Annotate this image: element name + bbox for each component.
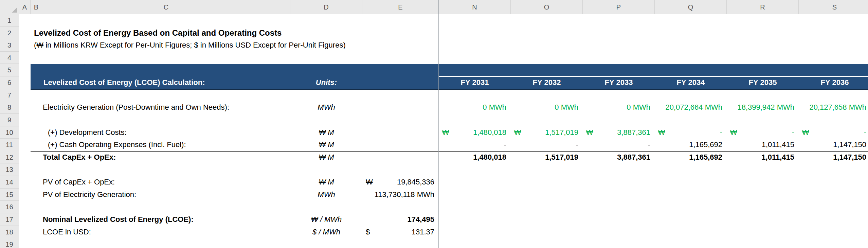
row-label-r18[interactable]: LCOE in USD: — [43, 226, 91, 238]
row-label-r10[interactable]: (+) Development Costs: — [48, 126, 127, 139]
col-header-Q[interactable]: Q — [655, 0, 727, 14]
col-header-A[interactable]: A — [19, 0, 31, 14]
spreadsheet: Levelized Cost of Energy Based on Capita… — [0, 0, 868, 248]
row-label-r8[interactable]: Electricity Generation (Post-Downtime an… — [43, 101, 229, 114]
year-header-fy-2032[interactable]: FY 2032 — [511, 76, 583, 89]
units-column-label[interactable]: Units: — [290, 76, 362, 89]
row-header-11[interactable]: 11 — [0, 139, 19, 151]
year-header-fy-2034[interactable]: FY 2034 — [655, 76, 727, 89]
row-header-3[interactable]: 3 — [0, 39, 19, 52]
cell-Q8[interactable]: 20,072,664 MWh — [655, 101, 727, 114]
lcoe-section-label[interactable]: Levelized Cost of Energy (LCOE) Calculat… — [43, 76, 205, 89]
value-Q12: 1,165,692 — [689, 151, 722, 164]
value-E15: 113,730,118 MWh — [374, 189, 434, 201]
unit-r8[interactable]: MWh — [290, 101, 362, 114]
row-label-r17[interactable]: Nominal Levelized Cost of Energy (LCOE): — [43, 213, 194, 226]
won-symbol-N10: ₩ — [442, 126, 449, 139]
cell-Q12[interactable]: 1,165,692 — [655, 151, 727, 164]
row-label-r12[interactable]: Total CapEx + OpEx: — [43, 151, 116, 164]
cell-P8[interactable]: 0 MWh — [583, 101, 655, 114]
col-header-D[interactable]: D — [290, 0, 362, 14]
cell-E17[interactable]: 174,495 — [362, 213, 439, 226]
col-header-S[interactable]: S — [799, 0, 868, 14]
value-N10: 1,480,018 — [473, 126, 506, 139]
col-header-C[interactable]: C — [42, 0, 290, 14]
row-header-6[interactable]: 6 — [0, 76, 19, 89]
cell-S10[interactable]: ₩- — [799, 126, 868, 139]
cell-R12[interactable]: 1,011,415 — [727, 151, 799, 164]
cell-N10[interactable]: ₩1,480,018 — [439, 126, 511, 139]
row-header-12[interactable]: 12 — [0, 151, 19, 164]
cell-R10[interactable]: ₩- — [727, 126, 799, 139]
col-header-B[interactable]: B — [31, 0, 42, 14]
col-header-O[interactable]: O — [511, 0, 583, 14]
cell-E14[interactable]: ₩19,845,336 — [362, 176, 439, 189]
cell-R8[interactable]: 18,399,942 MWh — [727, 101, 799, 114]
select-all-corner[interactable] — [0, 0, 19, 14]
row-header-5[interactable]: 5 — [0, 64, 19, 76]
row-header-16[interactable]: 16 — [0, 201, 19, 213]
value-P11: - — [648, 139, 650, 151]
cell-E18[interactable]: $131.37 — [362, 226, 439, 238]
value-S11: 1,147,150 — [833, 139, 866, 151]
won-symbol-O10: ₩ — [514, 126, 521, 139]
row-header-1[interactable]: 1 — [0, 14, 19, 27]
cell-N12[interactable]: 1,480,018 — [439, 151, 511, 164]
col-header-R[interactable]: R — [727, 0, 799, 14]
cell-E15[interactable]: 113,730,118 MWh — [362, 189, 439, 201]
cell-O10[interactable]: ₩1,517,019 — [511, 126, 583, 139]
row-label-r11[interactable]: (+) Cash Operating Expenses (Incl. Fuel)… — [48, 139, 186, 151]
sheet-subtitle[interactable]: (₩ in Millions KRW Except for Per-Unit F… — [34, 39, 346, 52]
row-header-14[interactable]: 14 — [0, 176, 19, 189]
cell-P10[interactable]: ₩3,887,361 — [583, 126, 655, 139]
row-label-r15[interactable]: PV of Electricity Generation: — [43, 189, 136, 201]
unit-r15[interactable]: MWh — [290, 189, 362, 201]
cell-P12[interactable]: 3,887,361 — [583, 151, 655, 164]
cell-S12[interactable]: 1,147,150 — [799, 151, 868, 164]
cell-O11[interactable]: - — [511, 139, 583, 151]
year-header-fy-2033[interactable]: FY 2033 — [583, 76, 655, 89]
cell-N8[interactable]: 0 MWh — [439, 101, 511, 114]
row-header-7[interactable]: 7 — [0, 89, 19, 102]
cell-Q11[interactable]: 1,165,692 — [655, 139, 727, 151]
row-header-17[interactable]: 17 — [0, 213, 19, 226]
row-header-2[interactable]: 2 — [0, 27, 19, 39]
value-Q10: - — [720, 126, 722, 139]
cell-S11[interactable]: 1,147,150 — [799, 139, 868, 151]
year-header-fy-2031[interactable]: FY 2031 — [439, 76, 511, 89]
value-O11: - — [576, 139, 578, 151]
row-header-10[interactable]: 10 — [0, 126, 19, 139]
value-R11: 1,011,415 — [762, 139, 794, 151]
value-P10: 3,887,361 — [617, 126, 650, 139]
cell-S8[interactable]: 20,127,658 MWh — [799, 101, 868, 114]
cell-Q10[interactable]: ₩- — [655, 126, 727, 139]
row-header-15[interactable]: 15 — [0, 189, 19, 201]
col-header-P[interactable]: P — [583, 0, 655, 14]
col-header-N[interactable]: N — [439, 0, 511, 14]
won-symbol-R10: ₩ — [730, 126, 737, 139]
year-header-fy-2035[interactable]: FY 2035 — [727, 76, 799, 89]
cell-O12[interactable]: 1,517,019 — [511, 151, 583, 164]
unit-r12[interactable]: ₩ M — [290, 151, 362, 164]
row-header-9[interactable]: 9 — [0, 114, 19, 126]
cell-O8[interactable]: 0 MWh — [511, 101, 583, 114]
unit-r18[interactable]: $ / MWh — [290, 226, 362, 238]
row-header-18[interactable]: 18 — [0, 226, 19, 238]
unit-r11[interactable]: ₩ M — [290, 139, 362, 151]
sheet-title[interactable]: Levelized Cost of Energy Based on Capita… — [34, 27, 282, 39]
unit-r10[interactable]: ₩ M — [290, 126, 362, 139]
total-row-top-border — [31, 151, 868, 152]
unit-r17[interactable]: ₩ / MWh — [290, 213, 362, 226]
row-header-19[interactable]: 19 — [0, 238, 19, 248]
row-header-13[interactable]: 13 — [0, 163, 19, 176]
row-label-r14[interactable]: PV of CapEx + OpEx: — [43, 176, 115, 189]
row-header-8[interactable]: 8 — [0, 101, 19, 114]
cell-R11[interactable]: 1,011,415 — [727, 139, 799, 151]
row-header-4[interactable]: 4 — [0, 52, 19, 64]
cell-P11[interactable]: - — [583, 139, 655, 151]
col-header-E[interactable]: E — [362, 0, 439, 14]
year-header-fy-2036[interactable]: FY 2036 — [799, 76, 868, 89]
unit-r14[interactable]: ₩ M — [290, 176, 362, 189]
cell-N11[interactable]: - — [439, 139, 511, 151]
value-S12: 1,147,150 — [833, 151, 866, 164]
